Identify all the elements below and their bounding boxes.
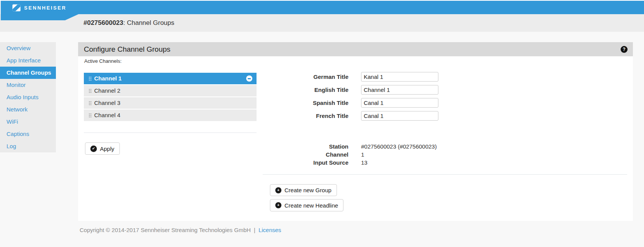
station-link[interactable]: #0275600023 (#0275600023) (361, 142, 437, 150)
create-new-headline-label: Create new Headline (284, 202, 338, 209)
top-margin (0, 0, 644, 1)
active-channels-label: Active Channels: (84, 58, 122, 64)
sidebar-item-app-interface[interactable]: App Interface (0, 54, 56, 67)
check-icon: ✔ (90, 146, 97, 152)
channel-row-3[interactable]: Channel 3 (84, 97, 257, 109)
copyright-text: Copyright © 2014-2017 Sennheiser Streami… (80, 227, 251, 233)
create-new-group-label: Create new Group (284, 187, 332, 193)
footer: Copyright © 2014-2017 Sennheiser Streami… (80, 227, 281, 233)
channel-label: Channel 4 (94, 112, 120, 118)
french-title-label: French Title (263, 113, 348, 119)
english-title-input[interactable] (361, 85, 438, 95)
sidebar-item-log[interactable]: Log (0, 140, 56, 152)
configure-channel-groups-panel: Configure Channel Groups ? Active Channe… (78, 42, 633, 221)
apply-button[interactable]: ✔ Apply (85, 142, 120, 155)
french-title-input[interactable] (361, 111, 438, 121)
plus-icon: + (275, 202, 281, 208)
apply-button-label: Apply (100, 146, 114, 152)
footer-separator: | (254, 227, 255, 233)
sennheiser-logo-icon (12, 4, 21, 11)
sidebar-item-captions[interactable]: Captions (0, 128, 56, 140)
german-title-input[interactable] (361, 72, 438, 82)
input-source-label: Input Source (263, 159, 348, 167)
input-source-row: Input Source 13 (263, 159, 437, 167)
licenses-link[interactable]: Licenses (258, 227, 281, 233)
plus-icon: + (275, 187, 281, 193)
page-title-suffix: : Channel Groups (123, 19, 174, 26)
help-icon[interactable]: ? (621, 46, 628, 53)
sennheiser-logo: SENNHEISER (12, 4, 67, 11)
sidebar-item-monitor[interactable]: Monitor (0, 79, 56, 91)
page-title: #0275600023: Channel Groups (83, 14, 174, 32)
english-title-row: English Title (263, 85, 438, 95)
brand-name: SENNHEISER (24, 5, 67, 11)
channel-list: Channel 1 Channel 2 Channel 3 Channel 4 (84, 73, 257, 122)
english-title-label: English Title (263, 87, 348, 93)
station-label: Station (263, 142, 348, 150)
channel-row-4[interactable]: Channel 4 (84, 110, 257, 121)
sidebar-item-overview[interactable]: Overview (0, 42, 56, 54)
left-column-divider (84, 132, 257, 133)
channel-label: Channel 3 (94, 100, 120, 106)
channel-number-label: Channel (263, 150, 348, 159)
channel-row-2[interactable]: Channel 2 (84, 85, 257, 97)
channel-label: Channel 1 (94, 75, 122, 82)
german-title-label: German Title (263, 74, 348, 80)
sidebar-item-channel-groups[interactable]: Channel Groups (0, 67, 56, 79)
drag-handle-icon[interactable] (89, 113, 92, 118)
spanish-title-row: Spanish Title (263, 98, 438, 108)
device-id: #0275600023 (83, 19, 123, 26)
input-source-value: 13 (361, 159, 368, 167)
right-column-divider (263, 174, 627, 175)
create-new-group-button[interactable]: + Create new Group (270, 184, 337, 196)
remove-channel-icon[interactable] (246, 75, 252, 82)
sidebar-item-audio-inputs[interactable]: Audio Inputs (0, 91, 56, 103)
panel-title: Configure Channel Groups (84, 42, 170, 56)
german-title-row: German Title (263, 72, 438, 82)
sidebar-nav: Overview App Interface Channel Groups Mo… (0, 42, 56, 152)
spanish-title-input[interactable] (361, 98, 438, 108)
drag-handle-icon[interactable] (89, 101, 92, 105)
drag-handle-icon[interactable] (89, 89, 92, 93)
panel-header: Configure Channel Groups ? (78, 42, 633, 56)
drag-handle-icon[interactable] (89, 77, 92, 81)
station-row: Station #0275600023 (#0275600023) (263, 142, 437, 150)
channel-number-row: Channel 1 (263, 150, 437, 159)
channel-label: Channel 2 (94, 87, 120, 94)
station-info-block: Station #0275600023 (#0275600023) Channe… (263, 142, 437, 167)
french-title-row: French Title (263, 111, 438, 121)
title-bar: #0275600023: Channel Groups (0, 14, 644, 32)
spanish-title-label: Spanish Title (263, 100, 348, 106)
channel-row-1[interactable]: Channel 1 (84, 73, 257, 84)
channel-number-value: 1 (361, 150, 364, 159)
create-new-headline-button[interactable]: + Create new Headline (270, 199, 343, 211)
sidebar-item-network[interactable]: Network (0, 103, 56, 116)
sidebar-item-wifi[interactable]: WiFi (0, 116, 56, 128)
